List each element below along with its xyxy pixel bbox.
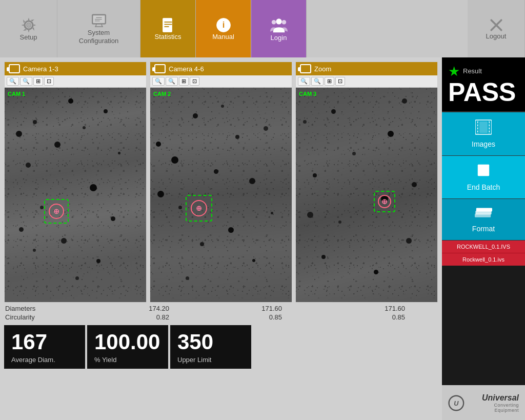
right-panel: ★ Result PASS	[442, 57, 525, 420]
universal-logo-icon: U	[448, 395, 465, 411]
svg-rect-31	[489, 122, 490, 123]
zoom-fit-btn-1[interactable]: ⊞	[33, 77, 43, 86]
end-batch-icon	[476, 163, 491, 181]
svg-rect-30	[477, 131, 478, 132]
universal-sub: Converting Equipment	[469, 403, 519, 413]
cam-3-tag: CAM 3	[299, 91, 316, 97]
zoom-in-btn-1[interactable]: 🔍	[20, 77, 32, 86]
svg-point-2	[27, 23, 31, 27]
doc-icon	[160, 17, 176, 33]
circularity-val2: 0.85	[179, 313, 292, 321]
people-icon	[270, 16, 288, 34]
camera-2-header: Camera 4-6	[150, 62, 292, 75]
universal-logo-area: U Universal Converting Equipment	[442, 385, 525, 420]
zoom-fit-btn-3[interactable]: ⊞	[325, 77, 334, 86]
universal-text-area: Universal Converting Equipment	[469, 393, 519, 413]
camera-2-label: Camera 4-6	[169, 65, 204, 73]
svg-rect-34	[489, 131, 490, 132]
stop-icon	[476, 163, 491, 177]
svg-rect-29	[477, 128, 478, 129]
circularity-val3: 0.85	[292, 313, 405, 321]
nav-login[interactable]: Login	[251, 0, 307, 57]
format-file-2[interactable]: Rockwell_0.1.ivs	[442, 253, 525, 266]
cam-3-feed: CAM 3	[296, 88, 437, 302]
camera-panel-2: Camera 4-6 🔍 🔍 ⊞ ⊡ CAM 2	[150, 62, 292, 303]
cam-2-feed: CAM 2	[150, 88, 292, 302]
format-button[interactable]: Format	[442, 199, 525, 241]
circularity-row: Circularity 0.82 0.85 0.85	[4, 313, 438, 321]
diameters-row: Diameters 174.20 171.60 171.60	[4, 305, 438, 312]
camera-panel-1: Camera 1-3 🔍 🔍 ⊞ ⊡ CAM 1	[4, 62, 147, 303]
format-file-1[interactable]: ROCKWELL_0.1.IVS	[442, 241, 525, 253]
statistics-label: Statistics	[154, 33, 181, 41]
system-config-label: System Configuration	[79, 29, 118, 45]
result-box: ★ Result PASS	[442, 57, 525, 112]
monitor-icon	[91, 12, 107, 29]
zoom-in-btn-3[interactable]: 🔍	[311, 77, 324, 86]
yield-value: 100.00	[94, 330, 161, 354]
zoom-out-btn-1[interactable]: 🔍	[7, 77, 19, 86]
film-strip-icon	[475, 119, 492, 135]
upper-limit-box: 350 Upper Limit	[170, 325, 251, 369]
big-stats-row: 167 Average Diam. 100.00 % Yield 350 Upp…	[4, 325, 438, 369]
camera-1-icon	[9, 64, 20, 73]
zoom-reset-btn-2[interactable]: ⊡	[190, 77, 199, 86]
images-button[interactable]: Images	[442, 112, 525, 156]
end-batch-label: End Batch	[467, 183, 500, 191]
stats-rows: Diameters 174.20 171.60 171.60 Circulari…	[4, 305, 438, 321]
film-icon	[475, 119, 492, 138]
setup-label: Setup	[20, 33, 37, 41]
diameters-val3: 171.60	[292, 305, 405, 312]
zoom-in-btn-2[interactable]: 🔍	[166, 77, 178, 86]
svg-rect-35	[479, 122, 488, 133]
camera-1-label: Camera 1-3	[23, 65, 58, 73]
camera-2-icon	[154, 64, 166, 73]
upper-limit-label: Upper Limit	[177, 356, 244, 364]
camera-2-image: CAM 2	[150, 88, 292, 302]
yield-box: 100.00 % Yield	[87, 325, 168, 369]
manual-label: Manual	[212, 33, 234, 41]
nav-logout[interactable]: Logout	[468, 0, 525, 57]
svg-rect-36	[478, 165, 489, 176]
zoom-fit-btn-2[interactable]: ⊞	[179, 77, 189, 86]
camera-panel-3: Zoom 🔍 🔍 ⊞ ⊡ CAM 3	[295, 62, 438, 303]
login-label: Login	[271, 34, 287, 42]
nav-system-config[interactable]: System Configuration	[57, 0, 140, 57]
camera-1-header: Camera 1-3	[5, 62, 146, 75]
svg-rect-33	[489, 128, 490, 129]
format-label: Format	[472, 225, 495, 233]
nav-manual[interactable]: i Manual	[196, 0, 251, 57]
format-file-2-text: Rockwell_0.1.ivs	[462, 256, 504, 263]
avg-diam-label: Average Diam.	[11, 356, 78, 364]
nav-statistics[interactable]: Statistics	[140, 0, 196, 57]
format-icon	[475, 206, 492, 223]
nav-setup[interactable]: Setup	[0, 0, 57, 57]
zoom-out-btn-2[interactable]: 🔍	[152, 77, 165, 86]
diameters-val1: 174.20	[67, 305, 179, 312]
layers-icon	[475, 206, 492, 221]
camera-1-image: CAM 1	[5, 88, 146, 302]
cam-1-feed: CAM 1	[5, 88, 146, 302]
end-batch-button[interactable]: End Batch	[442, 156, 525, 199]
camera-3-image: CAM 3	[296, 88, 437, 302]
svg-point-20	[271, 20, 276, 25]
format-file-1-text: ROCKWELL_0.1.IVS	[457, 244, 510, 250]
cam-2-tag: CAM 2	[153, 91, 171, 97]
avg-diam-box: 167 Average Diam.	[4, 325, 85, 369]
info-icon: i	[216, 17, 231, 33]
camera-2-zoom-controls: 🔍 🔍 ⊞ ⊡	[150, 75, 292, 88]
zoom-reset-btn-3[interactable]: ⊡	[335, 77, 345, 86]
cameras-row: Camera 1-3 🔍 🔍 ⊞ ⊡ CAM 1	[4, 62, 438, 303]
result-value: PASS	[448, 79, 519, 105]
logout-label: Logout	[486, 32, 507, 40]
svg-rect-32	[489, 125, 490, 126]
zoom-reset-btn-1[interactable]: ⊡	[44, 77, 54, 86]
svg-point-19	[276, 18, 281, 24]
camera-3-header: Zoom	[296, 62, 437, 75]
diameters-label: Diameters	[5, 305, 67, 312]
svg-rect-39	[476, 208, 492, 211]
circularity-val1: 0.82	[67, 313, 179, 321]
result-label: Result	[463, 67, 482, 75]
svg-text:i: i	[222, 20, 225, 29]
zoom-out-btn-3[interactable]: 🔍	[298, 77, 310, 86]
